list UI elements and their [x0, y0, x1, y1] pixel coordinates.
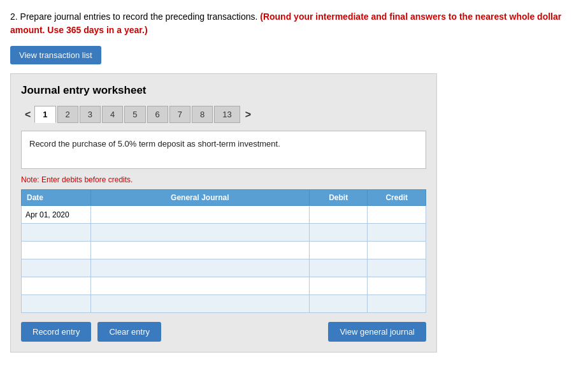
instructions: 2. Prepare journal entries to record the…: [10, 10, 578, 37]
worksheet-title: Journal entry worksheet: [21, 84, 426, 97]
date-cell-6: [22, 295, 91, 313]
tab-13[interactable]: 13: [214, 106, 240, 123]
general-journal-input-4[interactable]: [95, 264, 305, 273]
general-journal-cell-1[interactable]: [90, 206, 309, 224]
general-journal-cell-6[interactable]: [90, 295, 309, 313]
general-journal-cell-5[interactable]: [90, 277, 309, 295]
tab-5[interactable]: 5: [124, 106, 145, 123]
note-text: Note: Enter debits before credits.: [21, 175, 426, 184]
date-cell-2: [22, 224, 91, 242]
credit-cell-4[interactable]: [368, 259, 426, 277]
debit-input-2[interactable]: [313, 228, 364, 237]
debit-input-4[interactable]: [313, 264, 364, 273]
next-tab-arrow[interactable]: >: [241, 106, 255, 123]
tab-7[interactable]: 7: [169, 106, 190, 123]
credit-input-2[interactable]: [371, 228, 422, 237]
general-journal-input-2[interactable]: [95, 228, 305, 237]
table-row: [22, 295, 426, 313]
tabs-row: < 1 2 3 4 5 6 7 8 13 >: [21, 106, 426, 123]
col-header-date: Date: [22, 190, 91, 206]
col-header-credit: Credit: [368, 190, 426, 206]
debit-input-1[interactable]: [313, 210, 364, 219]
tab-3[interactable]: 3: [80, 106, 101, 123]
date-cell-1: Apr 01, 2020: [22, 206, 91, 224]
view-general-journal-button[interactable]: View general journal: [328, 322, 426, 342]
date-cell-3: [22, 242, 91, 259]
credit-input-1[interactable]: [371, 210, 422, 219]
general-journal-input-3[interactable]: [95, 246, 305, 255]
debit-cell-6[interactable]: [309, 295, 368, 313]
debit-cell-1[interactable]: [309, 206, 368, 224]
tab-4[interactable]: 4: [102, 106, 123, 123]
debit-input-5[interactable]: [313, 282, 364, 291]
journal-table: Date General Journal Debit Credit Apr 01…: [21, 189, 426, 313]
table-row: Apr 01, 2020: [22, 206, 426, 224]
credit-input-4[interactable]: [371, 264, 422, 273]
tab-2[interactable]: 2: [57, 106, 78, 123]
instruction-text: Prepare journal entries to record the pr…: [20, 11, 261, 22]
credit-cell-1[interactable]: [368, 206, 426, 224]
general-journal-cell-2[interactable]: [90, 224, 309, 242]
table-row: [22, 242, 426, 259]
debit-input-6[interactable]: [313, 300, 364, 309]
credit-input-5[interactable]: [371, 282, 422, 291]
debit-input-3[interactable]: [313, 246, 364, 255]
general-journal-input-1[interactable]: [95, 210, 305, 219]
date-cell-5: [22, 277, 91, 295]
table-row: [22, 277, 426, 295]
col-header-debit: Debit: [309, 190, 368, 206]
instruction-box-text: Record the purchase of 5.0% term deposit…: [29, 139, 280, 149]
view-transaction-list-button[interactable]: View transaction list: [10, 46, 101, 64]
general-journal-cell-3[interactable]: [90, 242, 309, 259]
instruction-box: Record the purchase of 5.0% term deposit…: [21, 131, 426, 169]
credit-cell-3[interactable]: [368, 242, 426, 259]
debit-cell-5[interactable]: [309, 277, 368, 295]
credit-input-6[interactable]: [371, 300, 422, 309]
credit-cell-2[interactable]: [368, 224, 426, 242]
tab-6[interactable]: 6: [147, 106, 168, 123]
general-journal-cell-4[interactable]: [90, 259, 309, 277]
table-row: [22, 224, 426, 242]
table-row: [22, 259, 426, 277]
general-journal-input-6[interactable]: [95, 300, 305, 309]
journal-entry-worksheet: Journal entry worksheet < 1 2 3 4 5 6 7 …: [10, 73, 437, 353]
debit-cell-3[interactable]: [309, 242, 368, 259]
instruction-number: 2.: [10, 11, 18, 22]
credit-cell-5[interactable]: [368, 277, 426, 295]
clear-entry-button[interactable]: Clear entry: [97, 322, 161, 342]
col-header-general-journal: General Journal: [90, 190, 309, 206]
tab-8[interactable]: 8: [192, 106, 213, 123]
debit-cell-2[interactable]: [309, 224, 368, 242]
tab-1[interactable]: 1: [34, 106, 55, 123]
prev-tab-arrow[interactable]: <: [21, 106, 34, 123]
record-entry-button[interactable]: Record entry: [21, 322, 91, 342]
credit-cell-6[interactable]: [368, 295, 426, 313]
debit-cell-4[interactable]: [309, 259, 368, 277]
credit-input-3[interactable]: [371, 246, 422, 255]
general-journal-input-5[interactable]: [95, 282, 305, 291]
date-cell-4: [22, 259, 91, 277]
actions-row: Record entry Clear entry View general jo…: [21, 322, 426, 342]
